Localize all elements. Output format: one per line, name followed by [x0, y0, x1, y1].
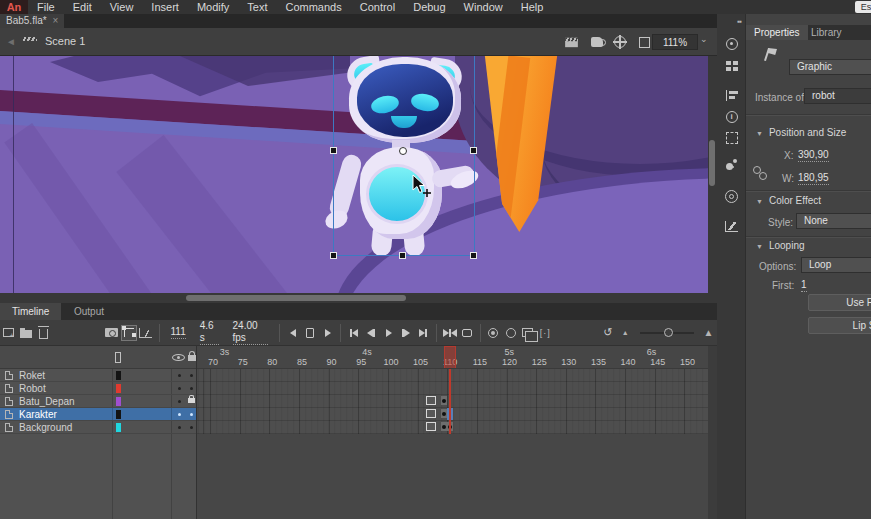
- zoom-out-frames-icon[interactable]: ▲: [617, 323, 634, 343]
- selection-handle-bottom-left[interactable]: [330, 252, 337, 259]
- layer-visibility-dot[interactable]: [178, 400, 181, 403]
- modify-markers-button[interactable]: [·]: [537, 323, 554, 343]
- frame-row-batu_depan[interactable]: [197, 395, 708, 408]
- transform-origin-point[interactable]: [399, 147, 407, 155]
- frame-row-karakter[interactable]: [197, 408, 708, 421]
- vertical-scrollbar-thumb[interactable]: [709, 140, 715, 186]
- menu-item-window[interactable]: Window: [455, 0, 512, 14]
- section-color-effect[interactable]: Color Effect: [756, 195, 821, 206]
- layer-outline-color[interactable]: [116, 384, 121, 393]
- layer-row-robot[interactable]: Robot: [0, 382, 197, 395]
- layer-row-karakter[interactable]: Karakter: [0, 408, 197, 421]
- collapse-panels-icon[interactable]: ▪▪: [737, 17, 741, 26]
- layer-visibility-dot[interactable]: [178, 387, 181, 390]
- selection-edge-right[interactable]: [474, 56, 475, 255]
- layer-lock-dot[interactable]: [190, 374, 193, 377]
- close-icon[interactable]: ×: [53, 14, 59, 28]
- timeline-zoom-knob[interactable]: [664, 328, 673, 337]
- layer-outline-color[interactable]: [116, 397, 121, 406]
- w-value[interactable]: 180,95: [798, 172, 829, 185]
- info-panel-icon[interactable]: i: [724, 109, 739, 124]
- x-value[interactable]: 390,90: [798, 149, 829, 162]
- first-frame-button[interactable]: [345, 323, 362, 343]
- rotation-tool-icon[interactable]: [589, 35, 605, 49]
- new-layer-button[interactable]: [0, 323, 17, 343]
- link-dimensions-icon[interactable]: [753, 166, 767, 180]
- step-back-button[interactable]: [363, 323, 380, 343]
- layer-lock-icon[interactable]: [188, 398, 195, 403]
- onion-skin-button[interactable]: [485, 323, 502, 343]
- menu-item-view[interactable]: View: [101, 0, 143, 14]
- vertical-scrollbar[interactable]: [708, 56, 717, 293]
- chevron-down-icon[interactable]: ⌄: [700, 34, 708, 44]
- layer-visibility-dot[interactable]: [178, 426, 181, 429]
- tab-output[interactable]: Output: [62, 303, 116, 320]
- section-looping[interactable]: Looping: [756, 240, 805, 251]
- color-style-dropdown[interactable]: None: [796, 213, 871, 229]
- play-forward-button[interactable]: [319, 323, 336, 343]
- outline-color-column-icon[interactable]: [115, 352, 121, 363]
- menu-item-control[interactable]: Control: [351, 0, 404, 14]
- align-panel-icon[interactable]: [724, 88, 739, 103]
- brush-library-panel-icon[interactable]: [724, 157, 739, 172]
- layer-row-background[interactable]: Background: [0, 421, 197, 434]
- menu-item-modify[interactable]: Modify: [188, 0, 238, 14]
- frame-grid[interactable]: [197, 369, 708, 434]
- tab-properties[interactable]: Properties: [746, 25, 808, 40]
- menu-item-file[interactable]: File: [28, 0, 64, 14]
- play-button[interactable]: [380, 323, 397, 343]
- robot-head[interactable]: [349, 57, 461, 143]
- selection-handle-left[interactable]: [330, 147, 337, 154]
- layer-outline-color[interactable]: [116, 423, 121, 432]
- selection-handle-right[interactable]: [470, 147, 477, 154]
- horizontal-scrollbar[interactable]: [0, 293, 717, 303]
- play-backward-button[interactable]: [284, 323, 301, 343]
- empty-keyframe[interactable]: [426, 422, 436, 431]
- layer-row-batu_depan[interactable]: Batu_Depan: [0, 395, 197, 408]
- loop-playback-button[interactable]: [458, 323, 475, 343]
- menu-item-help[interactable]: Help: [512, 0, 553, 14]
- step-forward-button[interactable]: [397, 323, 414, 343]
- document-tab[interactable]: Bab5.fla* ×: [0, 14, 64, 28]
- visibility-column-icon[interactable]: [172, 354, 185, 361]
- keyframe[interactable]: [441, 396, 447, 405]
- layer-outline-color[interactable]: [116, 371, 121, 380]
- motion-editor-panel-icon[interactable]: [724, 219, 739, 234]
- workspace-badge[interactable]: Es: [855, 1, 871, 13]
- layer-visibility-dot[interactable]: [178, 374, 181, 377]
- transform-panel-icon[interactable]: [724, 130, 739, 145]
- playhead[interactable]: [444, 346, 456, 369]
- first-frame-value[interactable]: 1: [801, 279, 807, 292]
- delete-layer-button[interactable]: [35, 323, 52, 343]
- stop-button[interactable]: [302, 323, 319, 343]
- instance-name-field[interactable]: robot: [804, 88, 871, 104]
- reset-timeline-zoom-button[interactable]: ↺: [599, 323, 616, 343]
- edit-multiple-frames-button[interactable]: [519, 323, 536, 343]
- layer-lock-dot[interactable]: [190, 413, 193, 416]
- use-frame-picker-button[interactable]: Use Fra: [808, 294, 871, 311]
- library-panel-icon[interactable]: [724, 58, 739, 73]
- elapsed-time-value[interactable]: 4.6 s: [200, 320, 219, 345]
- advanced-layers-button[interactable]: [137, 323, 154, 343]
- last-frame-button[interactable]: [415, 323, 432, 343]
- menu-item-edit[interactable]: Edit: [64, 0, 101, 14]
- stage-zoom-value[interactable]: 111%: [652, 34, 698, 50]
- layer-visibility-dot[interactable]: [178, 413, 181, 416]
- menu-item-insert[interactable]: Insert: [142, 0, 188, 14]
- cc-libraries-panel-icon[interactable]: [724, 189, 739, 204]
- layer-lock-dot[interactable]: [190, 426, 193, 429]
- section-position-size[interactable]: Position and Size: [756, 127, 846, 138]
- back-icon[interactable]: ◄: [6, 36, 16, 47]
- show-parenting-button[interactable]: [120, 323, 137, 343]
- onion-outline-button[interactable]: [502, 323, 519, 343]
- layer-row-roket[interactable]: Roket: [0, 369, 197, 382]
- timeline-vertical-scrollbar[interactable]: [708, 346, 717, 519]
- selection-handle-bottom-right[interactable]: [470, 252, 477, 259]
- empty-keyframe[interactable]: [426, 396, 436, 405]
- frame-rate-value[interactable]: 24.00 fps: [233, 320, 269, 345]
- stage-canvas[interactable]: [0, 56, 708, 293]
- lock-column-icon[interactable]: [188, 355, 196, 361]
- layer-lock-dot[interactable]: [190, 387, 193, 390]
- new-folder-button[interactable]: [17, 323, 34, 343]
- symbol-type-dropdown[interactable]: Graphic: [789, 59, 871, 75]
